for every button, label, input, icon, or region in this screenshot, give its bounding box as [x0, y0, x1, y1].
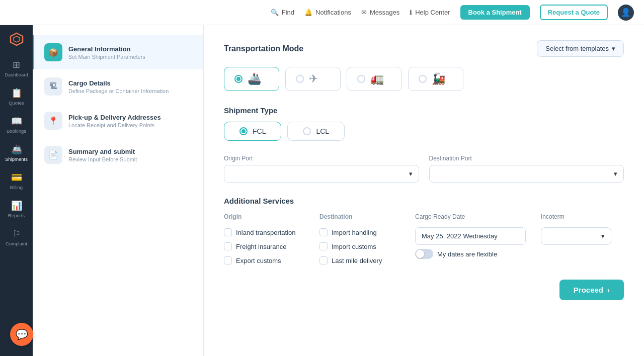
rail-radio[interactable]	[419, 75, 427, 83]
incoterm-label: Incoterm	[541, 213, 611, 220]
service-freight-insurance[interactable]: Freight insurance	[224, 242, 304, 250]
step-summary-sub: Review Input Before Submit	[68, 156, 137, 162]
import-handling-checkbox[interactable]	[319, 228, 328, 236]
freight-insurance-checkbox[interactable]	[224, 242, 232, 250]
inland-transport-label: Inland transportation	[236, 229, 296, 236]
user-avatar[interactable]: 👤	[618, 5, 634, 21]
steps-panel: 📦 General Information Set Main Shipment …	[33, 25, 204, 356]
sidebar-label-shipments: Shipments	[5, 156, 28, 162]
proceed-row: Proceed ›	[224, 280, 624, 300]
step-summary-title: Summary and submit	[68, 148, 137, 155]
import-customs-checkbox[interactable]	[319, 242, 328, 250]
destination-port-label: Destination Port	[429, 155, 624, 162]
sidebar-label-complaint: Complaint	[6, 241, 27, 246]
sidebar-item-dashboard[interactable]: ⊞ Dashboard	[0, 55, 33, 81]
transport-air-card[interactable]: ✈	[285, 67, 341, 91]
destination-port-select[interactable]: ▾	[429, 165, 624, 183]
select-templates-button[interactable]: Select from templates ▾	[537, 40, 624, 57]
import-customs-label: Import customs	[332, 243, 376, 250]
form-panel: Transportation Mode Select from template…	[204, 25, 644, 356]
transport-rail-card[interactable]: 🚂	[408, 67, 463, 91]
step-summary[interactable]: 📄 Summary and submit Review Input Before…	[33, 138, 203, 172]
cargo-details-icon: 🏗	[44, 77, 62, 96]
step-cargo-details[interactable]: 🏗 Cargo Details Define Package or Contai…	[33, 69, 203, 104]
proceed-button[interactable]: Proceed ›	[559, 280, 624, 300]
service-export-customs[interactable]: Export customs	[224, 256, 304, 264]
destination-services-col: Destination Import handling Import custo…	[319, 213, 400, 264]
step-general-info-sub: Set Main Shipment Parameters	[68, 54, 145, 60]
step-general-info[interactable]: 📦 General Information Set Main Shipment …	[33, 35, 203, 69]
services-grid: Origin Inland transportation Freight ins…	[224, 213, 624, 264]
shiptype-lcl-card[interactable]: LCL	[287, 122, 345, 141]
sidebar-item-reports[interactable]: 📊 Reports	[0, 196, 33, 222]
service-import-handling[interactable]: Import handling	[319, 228, 400, 236]
lcl-radio[interactable]	[303, 127, 311, 135]
origin-port-label: Origin Port	[224, 155, 419, 162]
incoterm-chevron-icon: ▾	[601, 232, 605, 240]
transport-truck-card[interactable]: 🚛	[347, 67, 402, 91]
chevron-down-icon: ▾	[612, 45, 615, 52]
fcl-label: FCL	[253, 127, 266, 135]
main-layout: ⊞ Dashboard 📋 Quotes 📖 Bookings 🚢 Shipme…	[0, 25, 644, 356]
pickup-icon: 📍	[44, 112, 62, 130]
rail-icon: 🚂	[432, 72, 445, 85]
sidebar-label-bookings: Bookings	[7, 128, 26, 134]
last-mile-checkbox[interactable]	[319, 256, 328, 264]
sidebar-item-bookings[interactable]: 📖 Bookings	[0, 112, 33, 138]
sidebar-item-shipments[interactable]: 🚢 Shipments	[0, 140, 33, 166]
destination-port-field: Destination Port ▾	[429, 155, 624, 183]
lcl-label: LCL	[316, 127, 329, 135]
request-quote-button[interactable]: Request a Quote	[540, 5, 608, 20]
sidebar-item-complaint[interactable]: ⚐ Complaint	[0, 224, 33, 250]
logo[interactable]	[8, 30, 26, 48]
sidebar-item-billing[interactable]: 💳 Billing	[0, 168, 33, 194]
origin-services-col: Origin Inland transportation Freight ins…	[224, 213, 304, 264]
origin-port-select[interactable]: ▾	[224, 165, 419, 183]
chat-icon: 💬	[16, 328, 28, 340]
chat-support-button[interactable]: 💬	[10, 323, 33, 346]
billing-icon: 💳	[11, 172, 22, 183]
transport-options: 🚢 ✈ 🚛 🚂	[224, 67, 624, 91]
sidebar-item-quotes[interactable]: 📋 Quotes	[0, 83, 33, 110]
service-inland-transport[interactable]: Inland transportation	[224, 228, 304, 236]
truck-radio[interactable]	[357, 75, 365, 83]
notifications-link[interactable]: 🔔 Notifications	[304, 9, 351, 16]
service-last-mile[interactable]: Last mile delivery	[319, 256, 400, 264]
messages-label: Messages	[370, 9, 399, 16]
export-customs-checkbox[interactable]	[224, 256, 232, 264]
fcl-radio[interactable]	[239, 127, 248, 135]
transport-sea-card[interactable]: 🚢	[224, 67, 279, 91]
flexible-dates-label: My dates are flexible	[437, 250, 497, 258]
import-handling-label: Import handling	[332, 229, 377, 236]
help-link[interactable]: ℹ Help Center	[410, 9, 450, 16]
shipment-type-title: Shipment Type	[224, 106, 624, 115]
flexible-dates-toggle[interactable]	[415, 249, 433, 259]
bell-icon: 🔔	[304, 9, 312, 16]
summary-icon: 📄	[44, 146, 62, 164]
shiptype-fcl-card[interactable]: FCL	[224, 122, 281, 141]
proceed-label: Proceed	[574, 286, 603, 294]
shipment-type-options: FCL LCL	[224, 122, 624, 141]
help-label: Help Center	[415, 9, 450, 16]
step-cargo-title: Cargo Details	[68, 79, 169, 87]
book-shipment-button[interactable]: Book a Shipment	[460, 5, 530, 20]
find-link[interactable]: 🔍 Find	[271, 9, 294, 16]
transport-mode-title: Transportation Mode	[224, 44, 303, 53]
sea-radio[interactable]	[234, 75, 243, 83]
service-import-customs[interactable]: Import customs	[319, 242, 400, 250]
bookings-icon: 📖	[11, 116, 22, 127]
content-area: 📦 General Information Set Main Shipment …	[33, 25, 644, 356]
complaint-icon: ⚐	[13, 228, 21, 239]
origin-chevron-icon: ▾	[409, 170, 413, 177]
incoterm-select[interactable]: ▾	[541, 227, 611, 245]
flexible-dates-row: My dates are flexible	[415, 249, 526, 259]
air-radio[interactable]	[296, 75, 304, 83]
step-pickup-title: Pick-up & Delivery Addresses	[68, 114, 161, 121]
messages-link[interactable]: ✉ Messages	[361, 9, 399, 16]
export-customs-label: Export customs	[236, 257, 281, 264]
cargo-date-input[interactable]: May 25, 2022 Wednesday	[415, 227, 526, 245]
inland-transport-checkbox[interactable]	[224, 228, 232, 236]
sea-icon: 🚢	[248, 72, 261, 85]
find-label: Find	[282, 9, 294, 16]
step-pickup-delivery[interactable]: 📍 Pick-up & Delivery Addresses Locate Re…	[33, 104, 203, 138]
